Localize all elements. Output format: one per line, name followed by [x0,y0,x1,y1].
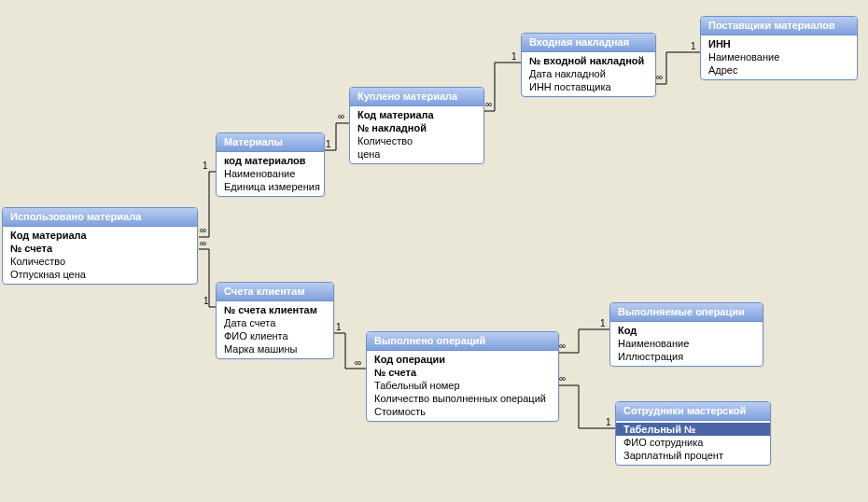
entity-title: Куплено материала [350,88,483,106]
card-one: 1 [336,322,342,332]
entity-title: Материалы [217,133,324,152]
entity-title: Сотрудники мастерской [616,402,770,421]
card-one: 1 [203,296,209,306]
field[interactable]: Количество выполненных операций [367,392,558,405]
entity-fields: № счета клиентам Дата счета ФИО клиента … [217,301,333,358]
field[interactable]: № накладной [350,121,483,134]
field[interactable]: Единица измерения [217,180,324,193]
entity-fields: Табельный № ФИО сотрудника Зарплатный пр… [616,421,770,465]
field[interactable]: № входной накладной [522,54,655,67]
entity-title: Выполнено операций [367,332,558,351]
card-one: 1 [511,51,517,62]
card-one: 1 [203,160,208,171]
card-one: 1 [606,417,611,427]
field[interactable]: Дата накладной [522,67,655,80]
field[interactable]: № счета клиентам [217,303,333,316]
field[interactable]: Отпускная цена [3,268,197,281]
card-many: ∞ [200,238,206,248]
entity-incoming-invoice[interactable]: Входная накладная № входной накладной Да… [521,33,656,97]
entity-used-material[interactable]: Использовано материала Код материала № с… [2,207,198,285]
field[interactable]: Дата счета [217,316,333,329]
field[interactable]: ИНН поставщика [522,80,655,93]
entity-fields: Код Наименование Иллюстрация [610,322,763,366]
card-one: 1 [691,41,696,51]
entity-fields: Код материала № счета Количество Отпускн… [3,227,197,284]
entity-bought-material[interactable]: Куплено материала Код материала № наклад… [349,87,484,164]
field[interactable]: Наименование [701,50,857,63]
entity-materials[interactable]: Материалы код материалов Наименование Ед… [216,132,325,197]
field[interactable]: Количество [350,134,483,147]
entity-fields: код материалов Наименование Единица изме… [217,152,324,196]
field[interactable]: Наименование [217,167,324,180]
field[interactable]: Иллюстрация [610,350,763,363]
card-many: ∞ [355,357,361,368]
field[interactable]: Код материала [3,229,197,242]
field[interactable]: Зарплатный процент [616,449,770,462]
field[interactable]: № счета [367,366,558,379]
entity-fields: Код материала № накладной Количество цен… [350,106,483,163]
field[interactable]: Код операции [367,353,558,366]
entity-title: Поставщики материалов [701,17,857,35]
field[interactable]: Наименование [610,337,763,350]
entity-title: Использовано материала [3,208,197,227]
entity-fields: ИНН Наименование Адрес [701,35,857,79]
field[interactable]: Количество [3,255,197,268]
card-many: ∞ [200,225,206,235]
field[interactable]: код материалов [217,154,324,167]
entity-operations[interactable]: Выполняемые операции Код Наименование Ил… [609,302,763,367]
field[interactable]: Табельный № [616,423,770,436]
card-one: 1 [326,139,331,149]
field[interactable]: Табельный номер [367,379,558,392]
card-many: ∞ [559,341,566,351]
field[interactable]: ФИО сотрудника [616,436,770,449]
entity-fields: Код операции № счета Табельный номер Кол… [367,351,558,421]
card-many: ∞ [485,99,492,109]
card-many: ∞ [559,373,566,383]
entity-suppliers[interactable]: Поставщики материалов ИНН Наименование А… [700,16,858,80]
entity-title: Входная накладная [522,34,655,52]
field[interactable]: Стоимость [367,405,558,418]
entity-employees[interactable]: Сотрудники мастерской Табельный № ФИО со… [615,401,771,466]
field[interactable]: ИНН [701,37,857,50]
field[interactable]: Адрес [701,63,857,77]
field[interactable]: Марка машины [217,342,333,356]
card-many: ∞ [338,111,344,121]
field[interactable]: ФИО клиента [217,329,333,342]
card-one: 1 [600,318,606,328]
entity-operations-done[interactable]: Выполнено операций Код операции № счета … [366,331,559,422]
entity-fields: № входной накладной Дата накладной ИНН п… [522,52,655,96]
entity-title: Выполняемые операции [610,303,763,322]
field[interactable]: цена [350,147,483,160]
field[interactable]: Код [610,324,763,337]
field[interactable]: № счета [3,242,197,255]
field[interactable]: Код материала [350,108,483,121]
card-many: ∞ [656,72,663,82]
entity-client-invoices[interactable]: Счета клиентам № счета клиентам Дата сче… [216,282,334,359]
entity-title: Счета клиентам [217,283,333,301]
